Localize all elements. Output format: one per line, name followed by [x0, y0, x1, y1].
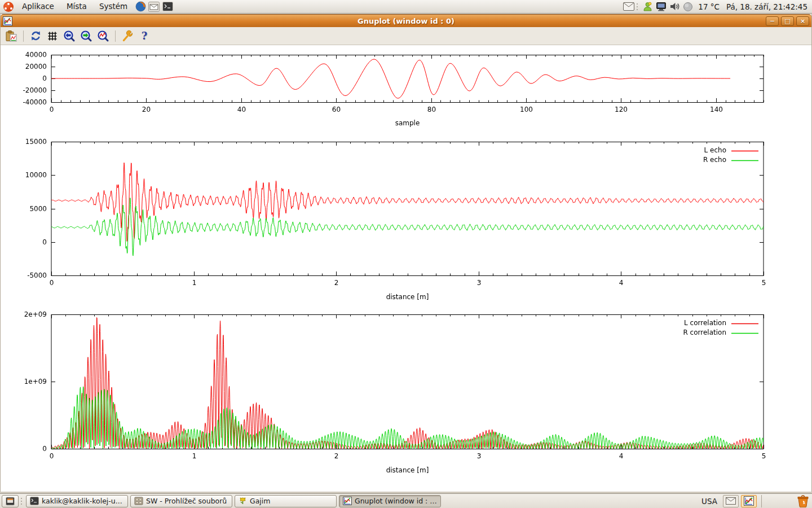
gnome-top-panel: Aplikace Místa Systém 17 °C Pá, 18. z	[0, 0, 812, 14]
replot-button[interactable]	[28, 29, 43, 43]
refresh-icon	[30, 30, 42, 42]
weather-icon[interactable]	[682, 1, 694, 12]
taskbar-item-gnuplot[interactable]: Gnuplot (window id : 0)	[339, 495, 441, 507]
taskbar-item-terminal[interactable]: kaklik@kaklik-kolej-u...	[26, 495, 128, 507]
copy-plot-icon	[5, 30, 17, 42]
gnuplot-icon	[744, 496, 754, 506]
help-button[interactable]: ?	[137, 29, 152, 43]
next-zoom-button[interactable]	[79, 29, 94, 43]
taskbar: kaklik@kaklik-kolej-u... SW - Prohlížeč …	[0, 493, 812, 508]
close-button[interactable]: ×	[796, 16, 809, 26]
display-icon[interactable]	[655, 1, 667, 12]
firefox-launcher-icon[interactable]	[135, 1, 146, 12]
file-manager-icon	[134, 497, 143, 505]
gnuplot-icon	[343, 497, 352, 505]
grid-icon	[47, 30, 58, 42]
gnuplot-toolbar: ?	[1, 27, 811, 45]
keyboard-layout-indicator[interactable]: USA	[698, 497, 721, 506]
maximize-button[interactable]: □	[781, 16, 794, 26]
terminal-icon	[30, 497, 39, 505]
plot-client-area	[1, 45, 811, 492]
taskbar-item-gajim[interactable]: Gajim	[235, 495, 337, 507]
tray-gnuplot-button[interactable]	[741, 495, 757, 507]
taskbar-item-label: SW - Prohlížeč souborů	[146, 497, 227, 505]
unzoom-button[interactable]	[96, 29, 111, 43]
zoom-next-icon	[80, 30, 92, 42]
gnuplot-window: Gnuplot (window id : 0) − □ ×	[0, 14, 812, 492]
show-desktop-button[interactable]	[2, 495, 19, 507]
taskbar-item-label: Gnuplot (window id : 0)	[355, 497, 437, 505]
mail-launcher-icon[interactable]	[148, 1, 160, 12]
gajim-icon	[239, 497, 247, 505]
plot-canvas[interactable]	[1, 45, 811, 491]
menu-system[interactable]: Systém	[94, 0, 133, 13]
toolbar-separator	[115, 30, 116, 42]
help-icon: ?	[142, 30, 148, 42]
gajim-status-icon[interactable]	[642, 1, 653, 12]
tasklist-handle[interactable]	[21, 497, 24, 506]
zoom-previous-icon	[63, 30, 76, 42]
tray-mail-button[interactable]	[723, 495, 739, 507]
taskbar-item-label: kaklik@kaklik-kolej-u...	[42, 497, 122, 505]
mail-notification-icon[interactable]	[623, 1, 634, 12]
wrench-icon	[121, 30, 134, 42]
volume-icon[interactable]	[669, 1, 680, 12]
show-desktop-icon	[6, 497, 15, 506]
terminal-launcher-icon[interactable]	[162, 1, 173, 12]
ubuntu-menu-icon[interactable]	[3, 2, 14, 12]
copy-to-clipboard-button[interactable]	[4, 29, 19, 43]
taskbar-item-file-manager[interactable]: SW - Prohlížeč souborů	[130, 495, 232, 507]
trash-applet[interactable]	[796, 494, 810, 508]
settings-button[interactable]	[120, 29, 135, 43]
gnuplot-window-icon	[3, 16, 12, 26]
trash-icon	[796, 494, 810, 507]
minimize-button[interactable]: −	[766, 16, 779, 26]
taskbar-item-label: Gajim	[250, 497, 270, 505]
clock-applet[interactable]: Pá, 18. září, 21:42:45	[724, 2, 810, 11]
unzoom-icon	[97, 30, 109, 42]
temperature-applet[interactable]: 17 °C	[696, 2, 722, 11]
window-title: Gnuplot (window id : 0)	[1, 17, 811, 25]
toggle-grid-button[interactable]	[45, 29, 60, 43]
previous-zoom-button[interactable]	[62, 29, 77, 43]
applet-handle[interactable]	[637, 2, 639, 11]
toolbar-separator	[23, 30, 24, 42]
menu-applications[interactable]: Aplikace	[17, 0, 59, 13]
window-titlebar[interactable]: Gnuplot (window id : 0) − □ ×	[1, 14, 811, 27]
menu-places[interactable]: Místa	[61, 0, 92, 13]
taskbar-separator	[761, 495, 762, 507]
mail-icon	[726, 497, 736, 505]
